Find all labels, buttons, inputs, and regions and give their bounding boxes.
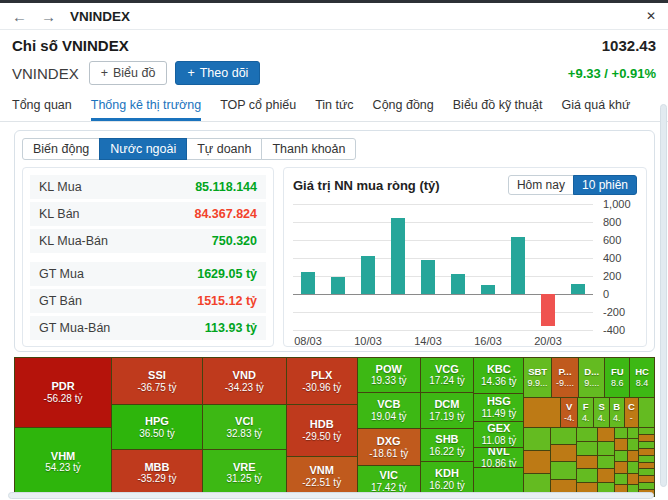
- treemap-cell[interactable]: [615, 428, 627, 439]
- subtab-thanh-khoan[interactable]: Thanh khoản: [261, 138, 356, 160]
- forward-arrow-icon[interactable]: →: [41, 9, 56, 24]
- treemap-cell[interactable]: [628, 439, 638, 450]
- back-arrow-icon[interactable]: ←: [12, 9, 27, 24]
- treemap-cell[interactable]: [639, 469, 654, 475]
- treemap-cell[interactable]: [639, 456, 654, 462]
- ticker-label: KDH: [435, 467, 459, 480]
- treemap-cell-dxg[interactable]: DXG-18.61 tỷ: [358, 429, 420, 465]
- treemap-cell[interactable]: [551, 445, 576, 461]
- horizontal-scrollbar[interactable]: [8, 492, 654, 499]
- period-button-hom-nay[interactable]: Hôm nay: [508, 175, 574, 195]
- treemap-cell[interactable]: [628, 451, 638, 462]
- table-row: KL Mua-Bán750.320: [30, 229, 266, 253]
- period-button-10-phien[interactable]: 10 phiên: [573, 175, 637, 195]
- treemap-cell[interactable]: [577, 442, 597, 455]
- treemap-cell-hsg[interactable]: HSG11.49 tỷ: [474, 394, 523, 421]
- treemap-cell[interactable]: [615, 474, 627, 485]
- treemap-cell-mbb[interactable]: MBB-35.29 tỷ: [112, 450, 202, 496]
- treemap-cell[interactable]: [615, 462, 627, 473]
- treemap-cell-nvl[interactable]: NVL10.86 tỷ: [474, 448, 523, 467]
- tab-tong-quan[interactable]: Tổng quan: [12, 91, 72, 121]
- treemap-cell-pow[interactable]: POW19.33 tỷ: [358, 358, 420, 392]
- treemap-cell[interactable]: [639, 428, 654, 434]
- follow-button[interactable]: + Theo dõi: [175, 61, 260, 85]
- treemap-cell[interactable]: [639, 398, 654, 427]
- treemap-cell[interactable]: [524, 451, 550, 473]
- value-label: 4.: [613, 413, 621, 423]
- page-title: Chỉ số VNINDEX: [12, 37, 129, 54]
- tab-tin-tuc[interactable]: Tin tức: [315, 91, 353, 121]
- treemap-cell-fu[interactable]: FU8.6: [605, 358, 629, 397]
- treemap-cell[interactable]: [615, 451, 627, 462]
- treemap-cell-ssi[interactable]: SSI-36.75 tỷ: [112, 358, 202, 404]
- add-chart-button[interactable]: + Biểu đồ: [89, 61, 168, 85]
- subtab-group: Biến độngNước ngoàiTự doanhThanh khoản: [22, 138, 356, 160]
- treemap-cell-p[interactable]: P...-9....: [552, 358, 578, 397]
- ticker-label: DCM: [434, 398, 459, 411]
- treemap-cell-hdb[interactable]: HDB-29.50 tỷ: [287, 405, 357, 455]
- treemap-cell-plx[interactable]: PLX-30.96 tỷ: [287, 358, 357, 404]
- treemap-cell-vnd[interactable]: VND-34.23 tỷ: [203, 358, 286, 404]
- value-label: -9....: [556, 378, 574, 388]
- close-icon[interactable]: ✕: [646, 9, 656, 23]
- treemap-cell-kbc[interactable]: KBC14.36 tỷ: [474, 358, 523, 393]
- treemap-cell[interactable]: [598, 456, 614, 469]
- treemap-cell-sbt[interactable]: SBT9.9...: [524, 358, 550, 397]
- treemap-cell[interactable]: [577, 456, 597, 469]
- treemap-cell-d[interactable]: D...9....: [579, 358, 604, 397]
- treemap-cell-vnm[interactable]: VNM-22.51 tỷ: [287, 457, 357, 496]
- treemap-cell[interactable]: [628, 462, 638, 473]
- treemap-cell-b[interactable]: B4.: [610, 398, 624, 427]
- subtab-bien-ong[interactable]: Biến động: [22, 138, 100, 160]
- y-tick-label: 600: [603, 234, 621, 246]
- ticker-label: GEX: [487, 422, 510, 435]
- treemap-cell-vcb[interactable]: VCB19.04 tỷ: [358, 393, 420, 428]
- treemap-cell[interactable]: [598, 442, 614, 455]
- treemap-cell-kdh[interactable]: KDH16.20 tỷ: [421, 462, 473, 496]
- tab-cong-ong[interactable]: Cộng đồng: [373, 91, 434, 121]
- treemap-cell[interactable]: [639, 435, 654, 441]
- treemap-cell-vcg[interactable]: VCG17.24 tỷ: [421, 358, 473, 392]
- mosaic-column: [628, 428, 638, 496]
- treemap-cell-vci[interactable]: VCI32.83 tỷ: [203, 405, 286, 449]
- treemap-cell-dcm[interactable]: DCM17.19 tỷ: [421, 393, 473, 428]
- treemap-cell[interactable]: [628, 474, 638, 485]
- tab-thong-ke-thi-truong[interactable]: Thống kê thị trường: [91, 91, 201, 121]
- treemap-cell[interactable]: [639, 483, 654, 489]
- period-toggle: Hôm nay10 phiên: [508, 175, 637, 195]
- treemap-cell[interactable]: [577, 469, 597, 482]
- tab-bieu-o-ky-thuat[interactable]: Biểu đồ kỹ thuật: [453, 91, 543, 121]
- bar: [391, 218, 405, 294]
- treemap-cell-gex[interactable]: GEX11.08 tỷ: [474, 422, 523, 447]
- tab-top-co-phieu[interactable]: TOP cổ phiếu: [220, 91, 296, 121]
- treemap-cell-vre[interactable]: VRE31.25 tỷ: [203, 450, 286, 496]
- ticker-label: NVL: [488, 448, 510, 458]
- treemap-cell-s[interactable]: S4.: [594, 398, 609, 427]
- treemap-cell[interactable]: [524, 428, 550, 450]
- treemap-cell[interactable]: [577, 428, 597, 441]
- subtab-nuoc-ngoai[interactable]: Nước ngoài: [99, 138, 187, 160]
- treemap-cell-c[interactable]: C-: [625, 398, 639, 427]
- treemap-cell[interactable]: [639, 463, 654, 469]
- treemap-cell-pdr[interactable]: PDR-56.28 tỷ: [15, 358, 111, 427]
- treemap-cell[interactable]: [615, 439, 627, 450]
- treemap-cell-f[interactable]: F4.: [578, 398, 593, 427]
- tab-gia-qua-khu[interactable]: Giá quá khứ: [561, 91, 630, 121]
- treemap-cell-shb[interactable]: SHB16.22 tỷ: [421, 429, 473, 461]
- treemap-cell-vhm[interactable]: VHM54.23 tỷ: [15, 428, 111, 497]
- treemap-cell[interactable]: [551, 428, 576, 444]
- stat-label: GT Bán: [39, 294, 82, 308]
- treemap-cell-v[interactable]: V-4.: [561, 398, 577, 427]
- treemap-cell[interactable]: [639, 442, 654, 448]
- treemap-cell[interactable]: [628, 428, 638, 439]
- treemap-cell[interactable]: [524, 398, 560, 427]
- vertical-scrollbar[interactable]: [660, 104, 667, 487]
- treemap-cell[interactable]: [639, 476, 654, 482]
- treemap-cell-hpg[interactable]: HPG36.50 tỷ: [112, 405, 202, 449]
- subtab-tu-doanh[interactable]: Tự doanh: [186, 138, 262, 160]
- treemap-cell[interactable]: [551, 462, 576, 478]
- treemap-cell[interactable]: [598, 469, 614, 482]
- treemap-cell-hc[interactable]: HC8.4: [630, 358, 654, 397]
- treemap-cell[interactable]: [598, 428, 614, 441]
- treemap-cell[interactable]: [639, 449, 654, 455]
